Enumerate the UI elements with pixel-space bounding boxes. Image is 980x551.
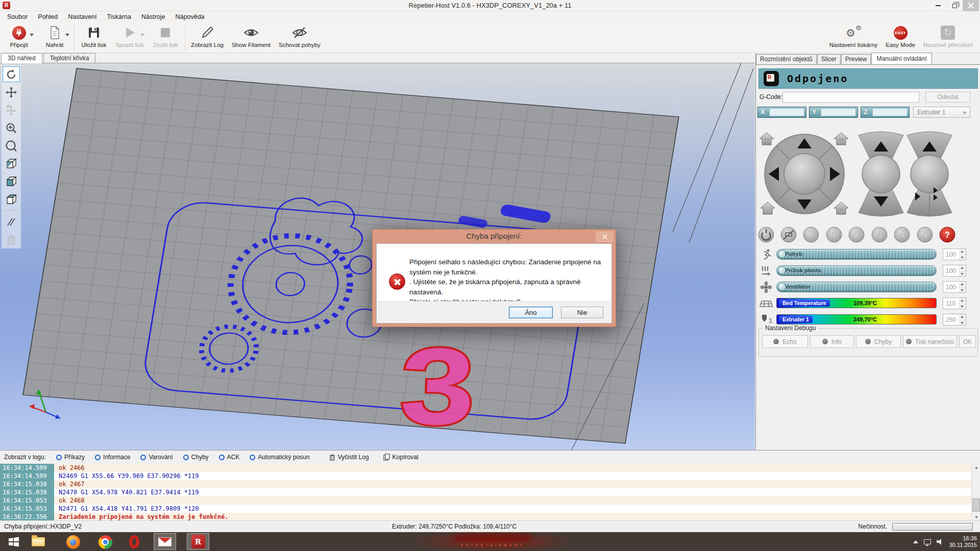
show-log-button[interactable]: Zobrazit Log bbox=[187, 23, 228, 52]
filter-autoscroll[interactable]: Automatický posun bbox=[250, 454, 309, 461]
log-scrollbar[interactable] bbox=[971, 464, 980, 521]
speed-slider[interactable]: Pohyb bbox=[776, 249, 937, 260]
scroll-thumb[interactable] bbox=[972, 498, 980, 512]
extruder-temp-spinner[interactable]: 250 bbox=[943, 314, 966, 325]
clock[interactable]: 16:36 30.11.2015 bbox=[949, 535, 977, 548]
home-all-button[interactable] bbox=[761, 202, 775, 214]
load-dropdown-caret[interactable] bbox=[65, 34, 69, 36]
firefox-button[interactable] bbox=[65, 534, 81, 549]
zoom-fit-button[interactable] bbox=[3, 138, 20, 154]
tab-teplotni-krivka[interactable]: Teplotní křivka bbox=[43, 53, 96, 63]
macro-button-5[interactable]: 5 bbox=[917, 227, 933, 242]
filter-informace[interactable]: Informace bbox=[95, 454, 130, 461]
file-explorer-button[interactable] bbox=[31, 534, 46, 549]
chrome-button[interactable] bbox=[97, 534, 113, 549]
xy-jog-pad[interactable] bbox=[765, 134, 844, 214]
connect-dropdown-caret[interactable] bbox=[30, 34, 34, 36]
clear-log-button[interactable]: Vyčistit Log bbox=[329, 454, 369, 461]
speed-value-spinner[interactable]: 100 bbox=[943, 248, 966, 260]
extruder-jog-control[interactable] bbox=[907, 132, 952, 216]
macro-button-3[interactable]: 3 bbox=[872, 227, 887, 242]
menu-pohled[interactable]: Pohled bbox=[33, 11, 63, 22]
speaker-icon[interactable] bbox=[937, 539, 944, 545]
tab-3d-nahled[interactable]: 3D náhled bbox=[1, 53, 42, 63]
close-button[interactable] bbox=[963, 0, 979, 11]
flow-value-spinner[interactable]: 100 bbox=[943, 265, 966, 277]
show-filament-button[interactable]: Show Filament bbox=[228, 23, 275, 52]
view-isometric-button[interactable] bbox=[3, 156, 20, 171]
spin-up-icon[interactable] bbox=[959, 265, 966, 270]
mail-app-button[interactable] bbox=[154, 533, 176, 550]
extruder-temp-slider[interactable]: Extruder 1 249,70°C bbox=[776, 314, 937, 324]
filter-chyby[interactable]: Chyby bbox=[183, 454, 209, 461]
jog-center-button[interactable] bbox=[784, 154, 825, 194]
macro-button-1[interactable]: 1 bbox=[826, 227, 842, 242]
axis-indicator bbox=[24, 383, 70, 423]
fan-slider[interactable]: Ventilátor bbox=[776, 282, 937, 292]
home-y-button[interactable]: Y bbox=[834, 133, 848, 145]
dialog-close-button[interactable] bbox=[596, 232, 613, 242]
fan-value-spinner[interactable]: 100 bbox=[943, 281, 966, 293]
connect-button[interactable]: Připojit bbox=[1, 23, 37, 52]
tray-expand-icon[interactable] bbox=[913, 540, 918, 543]
menu-napoveda[interactable]: Nápověda bbox=[170, 11, 210, 22]
flow-slider[interactable]: Průtok plastu bbox=[776, 265, 937, 276]
scroll-down-icon[interactable] bbox=[972, 513, 980, 521]
bed-temp-value: 109,39°C bbox=[837, 300, 893, 306]
spin-down-icon[interactable] bbox=[959, 255, 966, 260]
gcode-input[interactable] bbox=[782, 92, 919, 103]
scroll-up-icon[interactable] bbox=[972, 464, 980, 471]
tab-rozmisteni-objektu[interactable]: Rozmístění objektů bbox=[756, 54, 817, 64]
macro-button-p[interactable]: P bbox=[803, 227, 819, 242]
help-button[interactable]: ? bbox=[940, 227, 955, 242]
macro-button-4[interactable]: 4 bbox=[894, 227, 910, 242]
menu-nastroje[interactable]: Nástroje bbox=[136, 11, 170, 22]
hide-travel-button[interactable]: Schovat pohyby bbox=[275, 23, 325, 52]
zoom-in-button[interactable] bbox=[3, 120, 20, 136]
spin-up-icon[interactable] bbox=[959, 249, 966, 254]
filter-prikazy[interactable]: Příkazy bbox=[56, 454, 85, 461]
start-button[interactable] bbox=[6, 534, 21, 549]
load-button[interactable]: Nahrát bbox=[37, 23, 72, 52]
dialog-yes-button[interactable]: Áno bbox=[509, 307, 553, 318]
save-print-button[interactable]: Uložit tisk bbox=[76, 23, 112, 52]
menu-tiskarna[interactable]: Tiskárna bbox=[102, 11, 136, 22]
spin-up-icon[interactable] bbox=[959, 282, 966, 287]
system-tray: 16:36 30.11.2015 bbox=[913, 532, 977, 551]
copy-log-button[interactable]: Kopírovat bbox=[383, 454, 419, 461]
spin-down-icon[interactable] bbox=[959, 271, 966, 276]
spin-down-icon[interactable] bbox=[959, 304, 966, 309]
log-list[interactable]: 16:34:14.599ok 2466 16:34:14.599N2469 G1… bbox=[0, 464, 971, 521]
filter-varovani[interactable]: Varování bbox=[140, 454, 173, 461]
bed-temp-spinner[interactable]: 110 bbox=[943, 297, 966, 309]
spin-up-icon[interactable] bbox=[959, 314, 966, 319]
menu-nastaveni[interactable]: Nastavení bbox=[63, 11, 102, 22]
spin-down-icon[interactable] bbox=[959, 287, 966, 292]
parallel-projection-button[interactable] bbox=[3, 214, 20, 230]
rotate-view-button[interactable] bbox=[3, 66, 20, 82]
bed-temp-slider[interactable]: Bed Temperature 109,39°C bbox=[776, 298, 937, 308]
menu-soubor[interactable]: Soubor bbox=[2, 11, 33, 22]
spin-up-icon[interactable] bbox=[959, 298, 966, 303]
z-jog-control[interactable] bbox=[859, 132, 903, 216]
tab-manualni-ovladani[interactable]: Manuální ovládání bbox=[871, 53, 932, 64]
spin-down-icon[interactable] bbox=[959, 320, 966, 325]
opera-button[interactable] bbox=[127, 534, 142, 549]
home-x-button[interactable]: X bbox=[760, 133, 774, 145]
minimize-button[interactable] bbox=[930, 0, 946, 11]
printer-settings-button[interactable]: ⚙ ⚙ Nastavení tiskárny bbox=[825, 23, 882, 52]
extruder-select[interactable]: Extruder 1 bbox=[913, 107, 970, 118]
restore-button[interactable] bbox=[946, 0, 963, 11]
easy-mode-button[interactable]: EASY Easy Mode bbox=[881, 23, 919, 52]
repetier-host-taskbar-button[interactable]: R bbox=[187, 533, 209, 550]
view-top-button[interactable] bbox=[3, 191, 20, 207]
tab-preview[interactable]: Preview bbox=[841, 54, 871, 64]
macro-button-2[interactable]: 2 bbox=[849, 227, 864, 242]
move-view-button[interactable] bbox=[3, 84, 20, 100]
tab-slicer[interactable]: Slicer bbox=[817, 54, 841, 64]
view-front-button[interactable] bbox=[3, 173, 20, 189]
dialog-no-button[interactable]: Nie bbox=[561, 307, 603, 318]
network-icon[interactable] bbox=[924, 539, 931, 544]
home-z-button[interactable]: Z bbox=[834, 202, 848, 214]
filter-ack[interactable]: ACK bbox=[219, 454, 240, 461]
